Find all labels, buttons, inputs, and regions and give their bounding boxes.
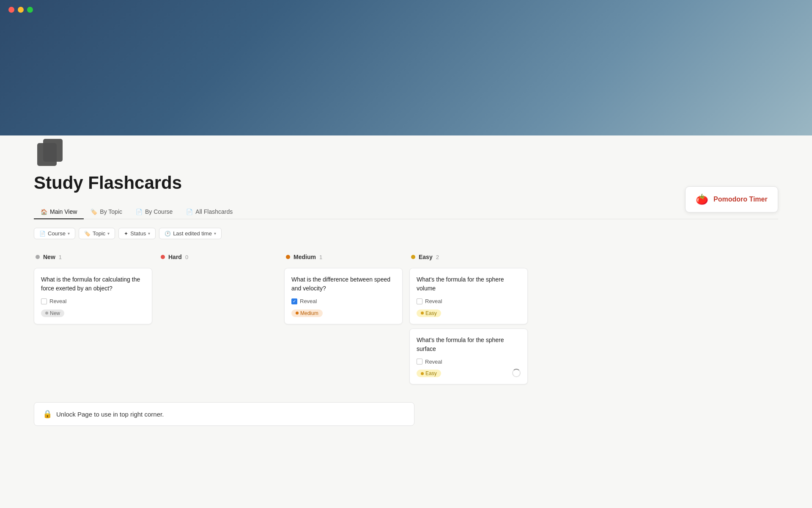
tab-main-view[interactable]: 🏠 Main View [34, 205, 84, 219]
filter-bar: 📄 Course ▾ 🏷️ Topic ▾ ✦ Status ▾ 🕐 Last … [34, 228, 778, 239]
tomato-icon: 🍅 [696, 193, 708, 205]
status-tag: New [41, 309, 64, 317]
home-icon: 🏠 [41, 209, 47, 215]
chevron-down-icon: ▾ [68, 231, 70, 236]
tab-all-flashcards[interactable]: 📄 All Flashcards [179, 205, 239, 219]
status-tag: Easy [417, 370, 441, 377]
lock-icon: 🔒 [43, 409, 52, 419]
lock-bar: 🔒 Unlock Page to use in top right corner… [34, 402, 414, 426]
status-dot-hard [161, 255, 165, 259]
status-tag: Medium [291, 309, 323, 317]
clock-filter-icon: 🕐 [165, 231, 171, 237]
traffic-lights [8, 7, 33, 13]
filter-course[interactable]: 📄 Course ▾ [34, 228, 75, 239]
status-filter-icon: ✦ [124, 231, 128, 237]
col-header-hard: Hard 0 [159, 249, 277, 265]
column-easy: Easy 2 What's the formula for the sphere… [409, 249, 528, 389]
column-hard: Hard 0 [159, 249, 277, 268]
svg-rect-1 [43, 139, 63, 162]
reveal-checkbox[interactable] [417, 298, 422, 304]
card-easy-1: What's the formula for the sphere surfac… [409, 329, 528, 385]
col-header-medium: Medium 1 [284, 249, 403, 265]
col-header-easy: Easy 2 [409, 249, 528, 265]
status-dot-new [36, 255, 40, 259]
status-tag: Easy [417, 309, 441, 317]
column-new: New 1 What is the formula for calculatin… [34, 249, 152, 329]
reveal-row: Reveal [41, 298, 145, 304]
col-header-new: New 1 [34, 249, 152, 265]
close-button[interactable] [8, 7, 14, 13]
status-dot-medium [286, 255, 290, 259]
card-easy-0: What's the formula for the sphere volume… [409, 268, 528, 324]
status-dot-easy [411, 255, 415, 259]
pomodoro-timer[interactable]: 🍅 Pomodoro Timer [685, 186, 778, 213]
card-medium-0: What is the difference between speed and… [284, 268, 403, 324]
tag-dot-medium [296, 312, 299, 315]
filter-last-edited[interactable]: 🕐 Last edited time ▾ [159, 228, 222, 239]
tab-by-course[interactable]: 📄 By Course [129, 205, 179, 219]
topic-filter-icon: 🏷️ [84, 231, 91, 237]
chevron-down-icon: ▾ [148, 231, 150, 236]
loading-spinner [512, 369, 521, 377]
page-icon [34, 135, 68, 169]
maximize-button[interactable] [27, 7, 33, 13]
tag-dot-easy [421, 312, 424, 315]
tag-icon: 🏷️ [91, 209, 97, 215]
minimize-button[interactable] [18, 7, 24, 13]
course-filter-icon: 📄 [39, 231, 46, 237]
chevron-down-icon: ▾ [107, 231, 110, 236]
filter-topic[interactable]: 🏷️ Topic ▾ [79, 228, 115, 239]
page-banner [0, 0, 812, 144]
reveal-checkbox[interactable] [417, 359, 422, 364]
doc2-icon: 📄 [186, 209, 193, 215]
page-content: Study Flashcards 🏠 Main View 🏷️ By Topic… [0, 135, 812, 451]
doc-icon: 📄 [136, 209, 143, 215]
page-title: Study Flashcards [34, 173, 778, 193]
reveal-row: ✓ Reveal [291, 298, 395, 304]
column-medium: Medium 1 What is the difference between … [284, 249, 403, 329]
tabs-nav: 🏠 Main View 🏷️ By Topic 📄 By Course 📄 Al… [34, 205, 778, 219]
kanban-board: New 1 What is the formula for calculatin… [34, 249, 778, 389]
tag-dot-easy [421, 372, 424, 375]
reveal-row: Reveal [417, 298, 521, 304]
card-new-0: What is the formula for calculating the … [34, 268, 152, 324]
reveal-checkbox[interactable]: ✓ [291, 298, 297, 304]
reveal-checkbox[interactable] [41, 298, 47, 304]
tag-dot-new [45, 312, 48, 315]
reveal-row: Reveal [417, 359, 521, 365]
tab-by-topic[interactable]: 🏷️ By Topic [84, 205, 129, 219]
chevron-down-icon: ▾ [214, 231, 216, 236]
filter-status[interactable]: ✦ Status ▾ [118, 228, 156, 239]
